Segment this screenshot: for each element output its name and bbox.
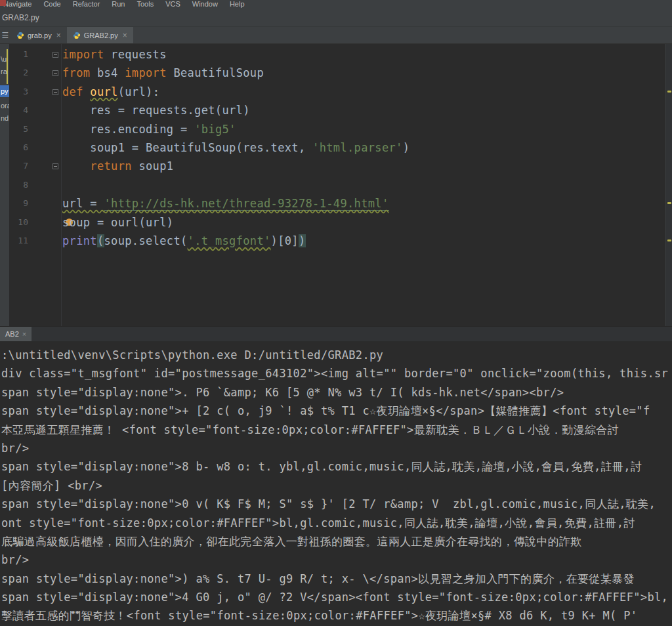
code-token: print	[62, 234, 97, 247]
fold-marker-icon[interactable]	[52, 163, 58, 169]
fold-slot	[51, 194, 60, 213]
code-token: ourl	[90, 85, 117, 98]
menu-item-help[interactable]: Help	[230, 0, 245, 9]
line-number: 2	[9, 64, 30, 82]
code-line[interactable]	[62, 176, 410, 194]
menu-bar: NavigateCodeRefactorRunToolsVCSWindowHel…	[0, 0, 672, 9]
code-token: 'big5'	[194, 123, 236, 136]
console-line: 本亞馬遜五顆星推薦！ <font style="font-size:0px;co…	[1, 421, 672, 439]
code-token: requests	[104, 48, 167, 61]
code-token: )[0]	[271, 234, 299, 247]
run-tab-grab2[interactable]: AB2 ×	[0, 327, 32, 341]
warning-stripe-mark[interactable]	[667, 240, 671, 241]
line-number: 5	[9, 120, 30, 138]
menu-item-vcs[interactable]: VCS	[165, 0, 180, 9]
tab-list-icon[interactable]: ☰	[0, 27, 10, 43]
code-line[interactable]: import requests	[62, 45, 410, 64]
run-tab-label: AB2	[5, 330, 19, 338]
line-number: 10	[9, 213, 30, 232]
console-line: span style="display:none">) a% S. t7 U- …	[1, 570, 672, 588]
console-line: span style="display:none">0 v( K$ F$ M; …	[1, 495, 672, 513]
fold-marker-icon[interactable]	[52, 70, 58, 76]
project-item[interactable]: py	[0, 85, 9, 97]
code-token: BeautifulSoup	[167, 66, 264, 79]
line-number: 9	[9, 194, 30, 213]
console-line: 擊讀者五感的鬥智奇技！<font style="font-size:0px;co…	[1, 606, 672, 625]
fold-slot	[51, 83, 60, 101]
console-line: div class="t_msgfont" id="postmessage_64…	[1, 364, 672, 383]
project-item[interactable]: ora	[1, 100, 9, 112]
code-line[interactable]: soup = ourl(url)	[62, 213, 410, 232]
code-token: url =	[62, 197, 104, 210]
code-token: soup.select(	[104, 234, 188, 247]
code-token: return	[90, 159, 132, 173]
line-number: 1	[9, 45, 30, 64]
console-line: br/>	[1, 551, 672, 569]
fold-marker-icon[interactable]	[52, 89, 58, 95]
tab-grab2-py[interactable]: GRAB2.py ×	[67, 27, 133, 43]
line-number: 4	[9, 101, 30, 119]
line-number: 8	[9, 176, 30, 194]
project-sliver[interactable]: \urapyorand	[0, 44, 9, 326]
console-line: span style="display:none">8 b- w8 o: t. …	[1, 457, 672, 476]
project-item[interactable]: ra	[1, 66, 9, 77]
fold-slot	[51, 120, 60, 138]
run-tool-window-header: AB2 ×	[0, 326, 672, 341]
code-token: )	[299, 234, 306, 247]
menu-item-code[interactable]: Code	[43, 0, 60, 9]
console-line: :\untitled\venv\Scripts\python.exe D:/un…	[1, 346, 672, 364]
python-file-icon	[16, 31, 24, 39]
line-number: 7	[9, 157, 30, 175]
code-line[interactable]: return soup1	[62, 157, 410, 175]
tab-grab-py[interactable]: grab.py ×	[10, 27, 67, 43]
code-token: (	[97, 234, 104, 247]
console-line: span style="display:none">+ [2 c( o, j9 …	[1, 402, 672, 420]
code-token: 'html.parser'	[312, 141, 403, 154]
console-line: 底騙過高級飯店櫃檯，因而入住的廣介，卻在此完全落入一對祖孫的圈套。這兩人正是廣介…	[1, 532, 672, 551]
code-token: )	[403, 141, 410, 154]
code-lines[interactable]: import requestsfrom bs4 import Beautiful…	[62, 45, 410, 250]
close-tab-icon[interactable]: ×	[56, 31, 61, 40]
error-stripe[interactable]	[665, 44, 672, 326]
console-line: span style="display:none">4 G0 j, o" @/ …	[1, 588, 672, 606]
menu-item-tools[interactable]: Tools	[136, 0, 154, 9]
menu-item-window[interactable]: Window	[192, 0, 218, 9]
fold-marker-icon[interactable]	[52, 52, 58, 58]
line-numbers: 1234567891011	[9, 45, 30, 250]
code-line[interactable]: res.encoding = 'big5'	[62, 120, 410, 138]
project-item[interactable]: nd	[1, 112, 9, 124]
close-tab-icon[interactable]: ×	[123, 31, 127, 40]
code-line[interactable]: url = 'http://ds-hk.net/thread-93278-1-4…	[62, 194, 410, 213]
project-item[interactable]: \u	[1, 53, 9, 65]
fold-slot	[51, 232, 60, 250]
code-token: import	[62, 48, 104, 61]
editor[interactable]: \urapyorand 1234567891011 import request…	[0, 44, 672, 326]
console-output[interactable]: :\untitled\venv\Scripts\python.exe D:/un…	[0, 341, 672, 626]
menu-item-navigate[interactable]: Navigate	[3, 0, 32, 9]
code-token: import	[125, 66, 167, 79]
menu-items: NavigateCodeRefactorRunToolsVCSWindowHel…	[3, 0, 672, 9]
menu-item-run[interactable]: Run	[112, 0, 125, 9]
python-file-icon	[73, 31, 81, 39]
code-token: res = requests.get(url)	[62, 104, 250, 117]
code-line[interactable]: from bs4 import BeautifulSoup	[62, 64, 410, 82]
fold-slot	[51, 101, 60, 119]
code-line[interactable]: print(soup.select('.t_msgfont')[0])	[62, 232, 410, 250]
code-token: def	[62, 85, 83, 98]
code-line[interactable]: def ourl(url):	[62, 83, 410, 101]
fold-slot	[51, 64, 60, 82]
code-line[interactable]: res = requests.get(url)	[62, 101, 410, 119]
code-token	[62, 159, 90, 173]
fold-column	[51, 45, 60, 250]
fold-slot	[51, 176, 60, 194]
warning-stripe-mark[interactable]	[667, 91, 671, 93]
code-token: from	[62, 66, 90, 79]
breadcrumb-file[interactable]: GRAB2.py	[2, 13, 39, 22]
close-run-tab-icon[interactable]: ×	[22, 330, 26, 338]
code-line[interactable]: soup1 = BeautifulSoup(res.text, 'html.pa…	[62, 138, 410, 157]
line-number: 3	[9, 83, 30, 101]
editor-tab-bar: ☰ grab.py × GRAB2.py ×	[0, 27, 672, 44]
console-line: [內容簡介] <br/>	[1, 476, 672, 495]
menu-item-refactor[interactable]: Refactor	[73, 0, 100, 9]
warning-stripe-mark[interactable]	[667, 202, 671, 204]
